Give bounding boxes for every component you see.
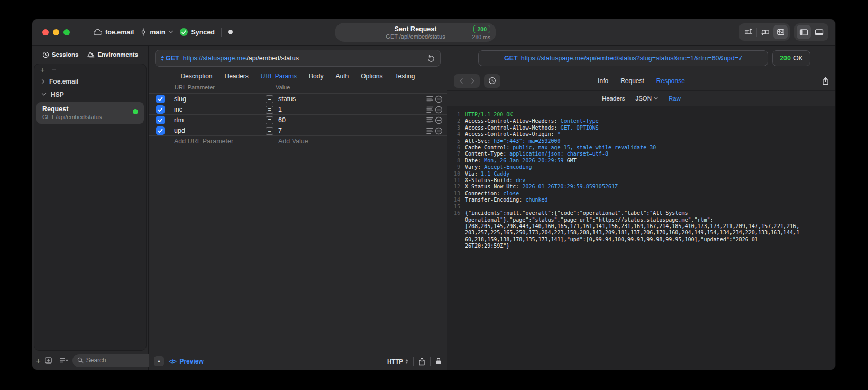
project-cloud-item[interactable]: foe.email bbox=[93, 29, 134, 36]
chevron-down-icon bbox=[41, 93, 47, 96]
remove-row-icon[interactable] bbox=[435, 95, 443, 103]
project-label: foe.email bbox=[105, 29, 134, 36]
history-clock-icon[interactable] bbox=[484, 74, 500, 88]
method-label: GET bbox=[166, 55, 179, 62]
sort-import-icon[interactable] bbox=[741, 25, 755, 39]
remove-row-icon[interactable] bbox=[435, 127, 443, 135]
param-row-rtm: rtm=60 bbox=[149, 114, 447, 125]
loop-icon[interactable] bbox=[758, 25, 772, 39]
panel-left-icon[interactable] bbox=[797, 25, 811, 39]
sync-status[interactable]: Synced bbox=[180, 28, 214, 36]
nav-back-icon[interactable] bbox=[455, 75, 467, 87]
response-tab-info[interactable]: Info bbox=[598, 77, 608, 85]
response-line: 8Date: Mon, 26 Jan 2026 20:29:59 GMT bbox=[451, 158, 831, 164]
request-tab-testing[interactable]: Testing bbox=[395, 72, 415, 80]
value-column-header: Value bbox=[276, 84, 290, 90]
request-url-bar[interactable]: GET https://statuspage.me /api/embed/sta… bbox=[155, 50, 441, 67]
lock-icon[interactable] bbox=[435, 357, 442, 365]
row-options-icon[interactable] bbox=[426, 106, 433, 113]
tab-sessions[interactable]: Sessions bbox=[42, 51, 79, 58]
zoom-window-button[interactable] bbox=[63, 29, 70, 35]
param-value[interactable]: 7 bbox=[278, 125, 282, 136]
response-subtab-json[interactable]: JSON bbox=[635, 95, 658, 102]
remove-row-icon[interactable] bbox=[435, 106, 443, 114]
param-checkbox[interactable] bbox=[156, 126, 165, 135]
response-request-line[interactable]: GET https://statuspage.me/api/embed/stat… bbox=[478, 50, 768, 66]
close-window-button[interactable] bbox=[42, 29, 49, 35]
code-text: Vary: bbox=[465, 164, 484, 170]
protocol-selector[interactable]: HTTP bbox=[387, 358, 408, 365]
param-name[interactable]: upd bbox=[174, 125, 185, 136]
request-tab-description[interactable]: Description bbox=[180, 72, 212, 80]
line-content: Content-Type: application/json; charset=… bbox=[465, 151, 800, 157]
sidebar-group-foe-email[interactable]: Foe.email bbox=[34, 75, 146, 88]
add-param-row: Add URL Parameter Add Value bbox=[149, 135, 447, 147]
footer-divider bbox=[413, 357, 414, 366]
add-group-icon[interactable] bbox=[44, 357, 52, 364]
param-checkbox[interactable] bbox=[156, 95, 165, 103]
line-content: Vary: Accept-Encoding bbox=[465, 164, 800, 170]
branch-selector[interactable]: main bbox=[140, 28, 173, 36]
share-icon[interactable] bbox=[418, 357, 425, 366]
row-options-icon[interactable] bbox=[426, 127, 433, 134]
row-options-icon[interactable] bbox=[426, 95, 433, 103]
param-value[interactable]: 1 bbox=[278, 104, 282, 115]
share-icon[interactable] bbox=[822, 77, 829, 85]
line-content: Via: 1.1 Caddy bbox=[465, 171, 800, 177]
request-tab-options[interactable]: Options bbox=[361, 72, 382, 80]
request-tab-headers[interactable]: Headers bbox=[224, 72, 248, 80]
footer-divider bbox=[430, 357, 431, 366]
code-text: h3=":443"; ma=2592000 bbox=[494, 138, 560, 144]
response-line: 1HTTP/1.1 200 OK bbox=[451, 112, 831, 118]
request-tab-url-params[interactable]: URL Params bbox=[261, 72, 297, 80]
remove-row-icon[interactable] bbox=[435, 116, 443, 124]
expand-panel-button[interactable]: ▲ bbox=[154, 356, 164, 366]
response-tab-response[interactable]: Response bbox=[656, 77, 685, 85]
add-item-button[interactable]: + bbox=[36, 357, 41, 365]
sync-box-icon[interactable] bbox=[773, 25, 788, 39]
row-options-icon[interactable] bbox=[426, 116, 433, 124]
add-value-placeholder[interactable]: Add Value bbox=[278, 136, 308, 147]
response-subtab-headers[interactable]: Headers bbox=[602, 95, 625, 102]
line-content: Cache-Control: public, max-age=15, stale… bbox=[465, 144, 800, 151]
method-stepper-icon bbox=[161, 56, 164, 61]
param-name[interactable]: slug bbox=[174, 94, 186, 104]
request-tab-auth[interactable]: Auth bbox=[335, 72, 349, 80]
line-content: {"incidents":null,"overall":{"code":"ope… bbox=[465, 210, 800, 249]
sidebar-item-request[interactable]: Request GET /api/embed/status bbox=[36, 102, 144, 124]
minimize-window-button[interactable] bbox=[53, 29, 59, 35]
param-checkbox[interactable] bbox=[156, 116, 165, 124]
tab-environments[interactable]: Environments bbox=[87, 51, 138, 58]
request-tab-body[interactable]: Body bbox=[309, 72, 323, 80]
response-subtab-raw[interactable]: Raw bbox=[669, 95, 681, 102]
param-value[interactable]: 60 bbox=[278, 115, 286, 125]
equals-icon: = bbox=[266, 106, 273, 114]
line-number: 5 bbox=[451, 138, 460, 144]
param-name[interactable]: inc bbox=[174, 104, 182, 115]
url-host: https://statuspage.me bbox=[183, 55, 246, 62]
add-param-placeholder[interactable]: Add URL Parameter bbox=[174, 136, 233, 147]
param-checkbox[interactable] bbox=[156, 105, 165, 114]
line-number: 15 bbox=[451, 204, 460, 210]
param-value[interactable]: status bbox=[278, 94, 296, 104]
window-controls bbox=[42, 29, 70, 35]
add-session-button[interactable]: + bbox=[40, 66, 45, 74]
remove-session-button[interactable]: − bbox=[52, 66, 57, 74]
response-tab-request[interactable]: Request bbox=[620, 77, 644, 85]
line-content: Connection: close bbox=[465, 191, 800, 197]
method-selector[interactable]: GET bbox=[161, 55, 179, 62]
preview-button[interactable]: </> Preview bbox=[169, 358, 204, 365]
panel-bottom-icon[interactable] bbox=[812, 25, 826, 39]
code-text: {"incidents":null,"overall":{"code":"ope… bbox=[465, 210, 799, 249]
refresh-icon[interactable] bbox=[427, 55, 435, 62]
response-url: https://statuspage.me/api/embed/status?s… bbox=[521, 55, 742, 62]
param-name[interactable]: rtm bbox=[174, 115, 184, 125]
line-content: HTTP/1.1 200 OK bbox=[465, 112, 800, 118]
code-text: Connection: bbox=[465, 191, 503, 196]
sidebar-group-hsp[interactable]: HSP bbox=[34, 88, 146, 101]
list-options-icon[interactable] bbox=[60, 357, 69, 364]
nav-forward-icon[interactable] bbox=[467, 75, 478, 87]
toolbar-group-panels bbox=[794, 23, 828, 41]
code-text: GET, OPTIONS bbox=[561, 125, 599, 131]
tab-environments-label: Environments bbox=[97, 51, 138, 58]
